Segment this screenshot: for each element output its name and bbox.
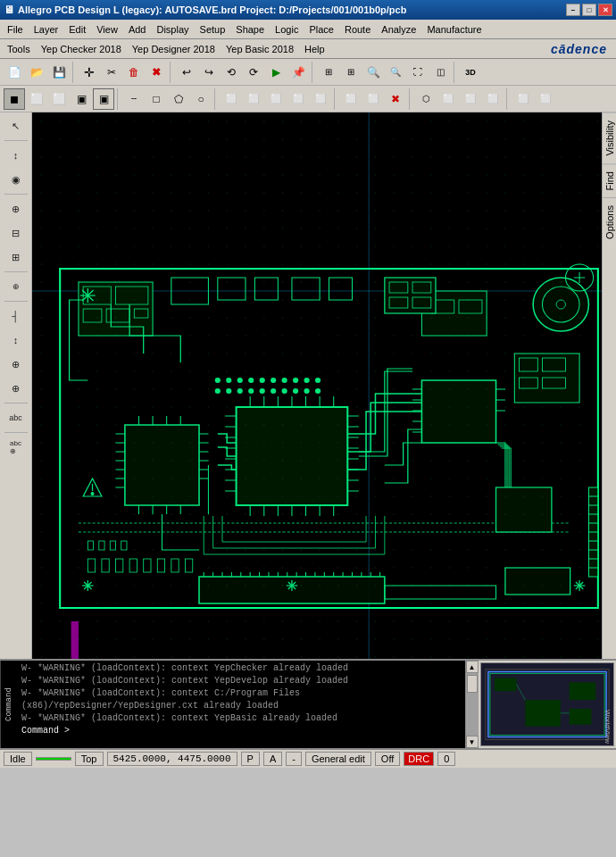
menu-view[interactable]: View xyxy=(91,22,123,37)
menu-shape[interactable]: Shape xyxy=(230,22,270,37)
lt-add3[interactable]: ⊕ xyxy=(4,353,29,376)
lt-add4[interactable]: ⊕ xyxy=(4,377,29,400)
lt-resize[interactable]: ↕ xyxy=(4,329,29,352)
tb2-poly[interactable]: ⬠ xyxy=(168,88,189,110)
lt-text[interactable]: abc xyxy=(4,406,29,429)
tb-run[interactable]: ▶ xyxy=(265,62,287,83)
status-off: Off xyxy=(375,752,400,766)
tb-new[interactable]: 📄 xyxy=(4,62,25,83)
tb-zoom-out[interactable]: 🔍 xyxy=(385,62,406,83)
options-tab[interactable]: Options xyxy=(603,197,616,246)
pcb-view[interactable] xyxy=(32,112,602,659)
tb2-line[interactable]: ╌ xyxy=(123,88,145,110)
tb-undo2[interactable]: ⟲ xyxy=(221,62,242,83)
tb-open[interactable]: 📂 xyxy=(26,62,47,83)
menu-add[interactable]: Add xyxy=(123,22,152,37)
lt-add1[interactable]: ⊕ xyxy=(4,197,29,220)
cadence-logo: cādence xyxy=(551,42,614,56)
menu-file[interactable]: File xyxy=(2,22,29,37)
tb-delete[interactable]: 🗑 xyxy=(123,62,145,83)
svg-rect-192 xyxy=(570,709,592,725)
status-dash: - xyxy=(286,752,302,766)
tb-undo[interactable]: ↩ xyxy=(176,62,197,83)
lt-add2[interactable]: ⊞ xyxy=(4,245,29,269)
tb2-sel4[interactable]: ▣ xyxy=(71,88,92,110)
tb-3d[interactable]: 3D xyxy=(460,62,481,83)
tb2-b2[interactable]: ⬜ xyxy=(243,88,264,110)
menu-display[interactable]: Display xyxy=(151,22,194,37)
console-output: Command W- *WARNING* (loadContext): cont… xyxy=(0,661,465,748)
lt-arrow[interactable]: ↖ xyxy=(4,114,29,137)
menu-logic[interactable]: Logic xyxy=(270,22,304,37)
maximize-button[interactable]: □ xyxy=(582,4,596,16)
menu-layer[interactable]: Layer xyxy=(29,22,64,37)
scroll-thumb[interactable] xyxy=(467,675,478,693)
minimize-button[interactable]: − xyxy=(566,4,580,16)
tb2-sel2[interactable]: ⬜ xyxy=(26,88,47,110)
menu-yep-designer[interactable]: Yep Designer 2018 xyxy=(127,42,221,56)
visibility-tab[interactable]: Visibility xyxy=(603,112,616,163)
tb2-sel5[interactable]: ▣ xyxy=(93,88,114,110)
tb2-b3[interactable]: ⬜ xyxy=(265,88,287,110)
tb-save[interactable]: 💾 xyxy=(48,62,70,83)
menu-setup[interactable]: Setup xyxy=(195,22,231,37)
tb2-b8[interactable]: ✖ xyxy=(385,88,406,110)
menu-manufacture[interactable]: Manufacture xyxy=(421,22,487,37)
tb-zoom-prev[interactable]: ◫ xyxy=(429,62,451,83)
lt-circle[interactable]: ◉ xyxy=(4,168,29,191)
tb-grid1[interactable]: ⊞ xyxy=(318,62,339,83)
tb2-sel3[interactable]: ⬜ xyxy=(48,88,70,110)
lt-sub[interactable]: ⊟ xyxy=(4,221,29,245)
tb2-b10[interactable]: ⬜ xyxy=(437,88,459,110)
tb2-b14[interactable]: ⬜ xyxy=(535,88,556,110)
menu-place[interactable]: Place xyxy=(304,22,339,37)
console-scrollbar[interactable]: ▲ ▼ xyxy=(465,661,478,748)
status-bar: Idle Top 5425.0000, 4475.0000 P A - Gene… xyxy=(0,748,616,768)
tb-x-mark[interactable]: ✖ xyxy=(146,62,167,83)
tb2-b12[interactable]: ⬜ xyxy=(482,88,504,110)
tb-redo-l[interactable]: ↪ xyxy=(198,62,220,83)
console-prompt[interactable]: Command > xyxy=(21,725,462,737)
tb2-b13[interactable]: ⬜ xyxy=(512,88,534,110)
tb-redo[interactable]: ⟳ xyxy=(243,62,264,83)
tb2-b6[interactable]: ⬜ xyxy=(340,88,362,110)
menu-yep-checker[interactable]: Yep Checker 2018 xyxy=(36,42,127,56)
toolbar-main: 📄 📂 💾 ✛ ✂ 🗑 ✖ ↩ ↪ ⟲ ⟳ ▶ 📌 ⊞ ⊞ 🔍 🔍 ⛶ ◫ 3D xyxy=(0,59,616,86)
lt-text-add[interactable]: abc⊕ xyxy=(4,436,29,459)
menu-help[interactable]: Help xyxy=(299,42,330,56)
lt-move[interactable]: ↕ xyxy=(4,144,29,167)
pcb-canvas[interactable] xyxy=(32,112,602,659)
tb2-b7[interactable]: ⬜ xyxy=(362,88,384,110)
tb2-b5[interactable]: ⬜ xyxy=(310,88,331,110)
tb-cut[interactable]: ✂ xyxy=(101,62,122,83)
scroll-track[interactable] xyxy=(466,673,479,736)
tb2-circ[interactable]: ○ xyxy=(190,88,212,110)
tb2-b11[interactable]: ⬜ xyxy=(460,88,481,110)
tb-snap[interactable]: ✛ xyxy=(79,62,100,83)
tb2-b1[interactable]: ⬜ xyxy=(221,88,242,110)
menu-tools[interactable]: Tools xyxy=(2,42,36,56)
tb-grid2[interactable]: ⊞ xyxy=(340,62,362,83)
console-line-2: W- *WARNING* (loadContext): context YepD… xyxy=(21,675,462,687)
menu-analyze[interactable]: Analyze xyxy=(376,22,421,37)
window-controls[interactable]: − □ ✕ xyxy=(566,4,612,16)
tb2-sel1[interactable]: ◼ xyxy=(4,88,25,110)
tb2-b9[interactable]: ⬡ xyxy=(415,88,437,110)
lt-route[interactable]: ⊕ xyxy=(4,275,29,298)
console-line-4: W- *WARNING* (loadContext): context YepB… xyxy=(21,712,462,725)
right-panel: Visibility Find Options xyxy=(602,112,616,659)
tb-zoom-fit[interactable]: ⛶ xyxy=(407,62,429,83)
close-button[interactable]: ✕ xyxy=(598,4,612,16)
svg-rect-191 xyxy=(570,682,596,700)
tb2-b4[interactable]: ⬜ xyxy=(287,88,309,110)
tb-pin[interactable]: 📌 xyxy=(287,62,309,83)
tb-zoom-in[interactable]: 🔍 xyxy=(362,62,384,83)
menu-yep-basic[interactable]: Yep Basic 2018 xyxy=(221,42,299,56)
lt-bracket[interactable]: ┤ xyxy=(4,304,29,328)
find-tab[interactable]: Find xyxy=(603,163,616,197)
tb2-rect[interactable]: □ xyxy=(146,88,167,110)
menu-edit[interactable]: Edit xyxy=(63,22,91,37)
scroll-down-btn[interactable]: ▼ xyxy=(466,736,479,748)
scroll-up-btn[interactable]: ▲ xyxy=(466,661,479,673)
menu-route[interactable]: Route xyxy=(339,22,376,37)
